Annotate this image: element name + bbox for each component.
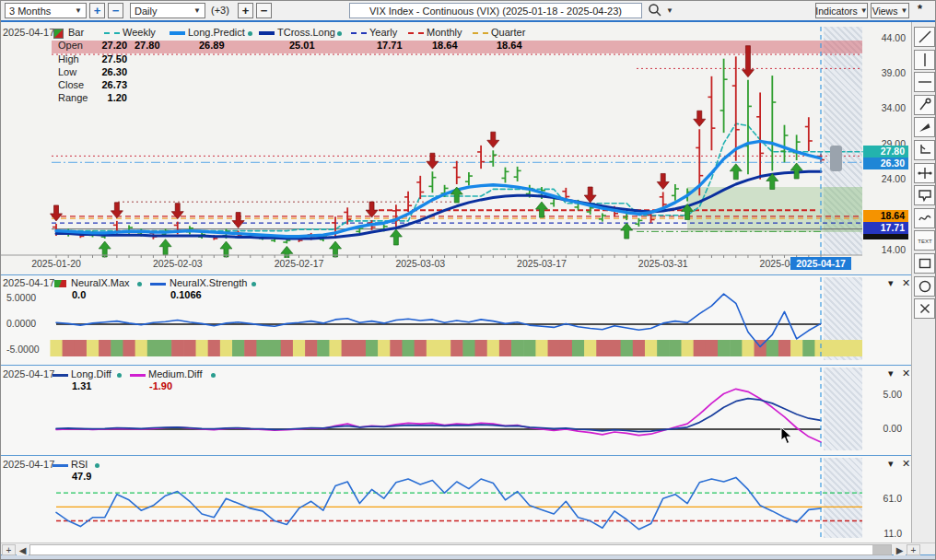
marker-tool-button[interactable] <box>914 117 935 137</box>
callout-tool-button[interactable] <box>914 185 935 205</box>
remove-panel-button[interactable]: − <box>256 3 272 18</box>
crosshair-tool-button[interactable] <box>914 163 935 183</box>
range-zoom-in-button[interactable]: + <box>89 3 105 18</box>
scroll-right-button[interactable]: ▶ <box>894 544 906 555</box>
rectangle-tool-button[interactable] <box>914 253 935 274</box>
rsi-chart <box>1 455 911 542</box>
series-dot-icon[interactable] <box>117 373 122 378</box>
text-tool-button[interactable]: TEXT <box>914 230 935 251</box>
callout-icon <box>917 187 933 204</box>
series-dot-icon[interactable] <box>337 31 342 36</box>
horizontal-line-tool-button[interactable] <box>914 72 935 92</box>
wave-icon <box>917 210 933 227</box>
date-axis-label: 2025-03-17 <box>509 258 574 269</box>
text-icon: TEXT <box>917 232 933 249</box>
pin-tool-button[interactable] <box>914 95 935 115</box>
ohlc-range-value: 1.20 <box>90 92 127 103</box>
selected-date-badge: 2025-04-17 <box>790 257 851 270</box>
rsi-close-button[interactable]: ✕ <box>902 458 910 469</box>
neural-axis-label: 5.0000 <box>6 292 36 303</box>
medium-diff-value: -1.90 <box>149 380 172 391</box>
legend-quarter-label: Quarter <box>491 27 525 38</box>
wave-tool-button[interactable] <box>914 208 935 228</box>
range-zoom-out-button[interactable]: − <box>108 3 123 18</box>
long-diff-value: 1.31 <box>72 380 91 391</box>
scrollbar-thumb[interactable] <box>872 545 891 554</box>
legend-monthly-label: Monthly <box>427 27 462 38</box>
diff-axis-label: 0.00 <box>865 423 902 434</box>
search-dropdown-icon[interactable]: ▼ <box>666 6 673 15</box>
chevron-down-icon: ▼ <box>860 6 868 15</box>
period-select[interactable]: Daily▼ <box>130 3 205 18</box>
rectangle-icon <box>917 255 933 272</box>
neural-collapse-button[interactable]: ▾ <box>888 277 894 288</box>
scrollbar-track[interactable] <box>29 544 892 555</box>
marker-icon <box>917 119 933 135</box>
date-axis-label: 2025-01-20 <box>24 258 88 269</box>
search-icon[interactable] <box>648 3 662 21</box>
rsi-collapse-button[interactable]: ▾ <box>888 458 894 469</box>
weekly-value: 27.80 <box>135 40 160 51</box>
main-price-chart <box>1 23 911 258</box>
series-dot-icon[interactable] <box>252 282 256 286</box>
indicators-button[interactable]: Indicators▼ <box>815 3 868 18</box>
ellipse-tool-button[interactable] <box>914 276 935 297</box>
neural-axis-label: 0.0000 <box>6 318 36 329</box>
neural-close-button[interactable]: ✕ <box>902 277 910 288</box>
trend-line-icon <box>917 29 933 45</box>
price-axis-badge: 18.64 <box>863 210 908 222</box>
price-axis-badge: 26.30 <box>863 158 908 169</box>
bar-series-swatch-icon <box>53 29 64 39</box>
trend-line-tool-button[interactable] <box>914 27 935 47</box>
ohlc-high-value: 27.50 <box>90 53 127 64</box>
yearly-value: 17.71 <box>377 40 403 51</box>
horizontal-line-icon <box>917 74 933 90</box>
scroll-add-left-button[interactable]: + <box>2 544 16 555</box>
close-icon <box>917 300 933 317</box>
price-axis-label: 34.00 <box>865 102 906 113</box>
diff-collapse-button[interactable]: ▾ <box>888 368 894 379</box>
price-axis-badge: 27.80 <box>863 146 908 158</box>
ohlc-range-label: Range <box>58 92 88 103</box>
scroll-left-button[interactable]: ◀ <box>17 544 29 555</box>
series-dot-icon[interactable] <box>211 373 216 378</box>
ellipse-icon <box>917 278 933 295</box>
ohlc-low-label: Low <box>58 66 76 77</box>
main-panel-date: 2025-04-17 <box>3 27 54 38</box>
app-window: 3 Months▼ + − Daily▼ (+3) + − VIX Index … <box>0 0 936 560</box>
add-panel-button[interactable]: + <box>238 3 253 18</box>
long-diff-swatch-icon <box>53 374 68 377</box>
long-predict-value: 26.89 <box>199 40 225 51</box>
date-axis-label: 2025-03-03 <box>388 258 452 269</box>
legend-bar-label: Bar <box>68 27 84 38</box>
medium-diff-label: Medium.Diff <box>148 368 202 379</box>
vertical-line-tool-button[interactable] <box>914 50 935 70</box>
chevron-down-icon: ▼ <box>75 6 82 15</box>
diff-axis-label: 5.00 <box>865 389 902 400</box>
series-dot-icon[interactable] <box>95 463 99 468</box>
legend-long-predict-label: Long.Predict <box>188 27 245 38</box>
range-select[interactable]: 3 Months▼ <box>5 3 87 18</box>
series-dot-icon[interactable] <box>137 282 142 286</box>
rsi-panel-date: 2025-04-17 <box>3 459 54 470</box>
horizontal-scrollbar[interactable]: + ◀ ▶ + <box>1 542 936 555</box>
rsi-axis-label: 61.0 <box>865 493 902 504</box>
chevron-down-icon: ▼ <box>900 6 907 15</box>
price-axis-badge: 17.71 <box>863 222 908 234</box>
neuralx-chart <box>1 274 911 364</box>
price-axis-label: 44.00 <box>865 32 906 43</box>
diff-panel-date: 2025-04-17 <box>3 368 54 379</box>
modified-indicator: * <box>918 2 922 16</box>
views-button[interactable]: Views▼ <box>871 3 909 18</box>
diff-close-button[interactable]: ✕ <box>902 368 910 379</box>
crosshair-icon <box>917 165 933 181</box>
angle-tool-button[interactable] <box>914 140 935 160</box>
legend-tcross-long-label: TCross.Long <box>277 27 335 38</box>
series-dot-icon[interactable] <box>248 31 252 36</box>
drawing-toolbar: TEXT <box>911 22 936 542</box>
scroll-add-right-button[interactable]: + <box>907 544 920 555</box>
price-axis-label: 24.00 <box>865 173 906 184</box>
close-tool-button[interactable] <box>914 298 935 319</box>
window-bottom-edge <box>1 555 936 560</box>
symbol-title-input[interactable]: VIX Index - Continuous (VIX) (2025-01-18… <box>349 3 642 18</box>
